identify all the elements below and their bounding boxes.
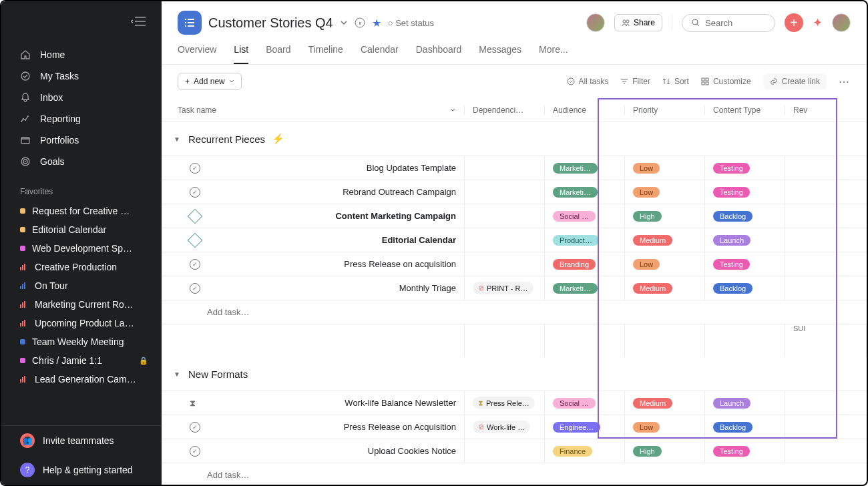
more-menu[interactable]: ⋯ bbox=[839, 75, 851, 88]
audience-pill[interactable]: Social … bbox=[553, 398, 596, 409]
complete-icon[interactable]: ✓ bbox=[190, 422, 200, 433]
celebration-icon[interactable]: ✦ bbox=[813, 15, 823, 30]
favorite-item[interactable]: Upcoming Product La… bbox=[1, 314, 162, 332]
star-icon[interactable]: ★ bbox=[372, 17, 381, 29]
audience-pill[interactable]: Branding bbox=[553, 259, 596, 270]
favorite-item[interactable]: Marketing Current Ro… bbox=[1, 295, 162, 314]
hourglass-icon[interactable]: ⧗ bbox=[190, 398, 196, 409]
create-link-button[interactable]: Create link bbox=[763, 73, 827, 89]
task-row[interactable]: ✓Monthly Triage ⊘PRINT - R… Marketi… Med… bbox=[162, 276, 867, 300]
content-type-pill[interactable]: Testing bbox=[713, 163, 750, 174]
priority-pill[interactable]: High bbox=[633, 446, 662, 457]
content-type-pill[interactable]: Testing bbox=[713, 187, 750, 198]
dependency-pill[interactable]: ⊘PRINT - R… bbox=[473, 282, 533, 294]
complete-icon[interactable]: ✓ bbox=[190, 259, 200, 270]
priority-pill[interactable]: Low bbox=[633, 422, 660, 433]
sidebar-toggle[interactable] bbox=[1, 1, 162, 41]
task-row[interactable]: ✓Press Release on Acquisition ⊘Work-life… bbox=[162, 415, 867, 439]
priority-pill[interactable]: Medium bbox=[633, 235, 672, 246]
tab-calendar[interactable]: Calendar bbox=[361, 44, 399, 64]
milestone-icon[interactable] bbox=[188, 208, 203, 224]
nav-home[interactable]: Home bbox=[1, 44, 162, 65]
col-content-type[interactable]: Content Type bbox=[705, 105, 785, 115]
content-type-pill[interactable]: Backlog bbox=[713, 211, 752, 222]
content-type-pill[interactable]: Testing bbox=[713, 446, 750, 457]
audience-pill[interactable]: Marketi… bbox=[553, 187, 598, 198]
complete-icon[interactable]: ✓ bbox=[190, 163, 200, 174]
nav-reporting[interactable]: Reporting bbox=[1, 108, 162, 130]
content-type-pill[interactable]: Launch bbox=[713, 398, 750, 409]
sort-button[interactable]: Sort bbox=[662, 77, 689, 86]
add-task[interactable]: Add task… bbox=[162, 300, 867, 324]
audience-pill[interactable]: Product… bbox=[553, 235, 599, 246]
add-button[interactable]: + bbox=[785, 13, 803, 32]
tab-dashboard[interactable]: Dashboard bbox=[416, 44, 462, 64]
favorite-item[interactable]: Team Weekly Meeting bbox=[1, 332, 162, 351]
add-task[interactable]: Add task… bbox=[162, 463, 867, 485]
priority-pill[interactable]: Low bbox=[633, 259, 660, 270]
audience-pill[interactable]: Enginee… bbox=[553, 422, 600, 433]
audience-pill[interactable]: Social … bbox=[553, 211, 596, 222]
tab-board[interactable]: Board bbox=[266, 44, 290, 64]
audience-pill[interactable]: Marketi… bbox=[553, 163, 598, 174]
favorite-item[interactable]: Request for Creative … bbox=[1, 202, 162, 220]
task-row[interactable]: Editorial Calendar Product… Medium Launc… bbox=[162, 228, 867, 252]
all-tasks-filter[interactable]: All tasks bbox=[567, 77, 609, 86]
content-type-pill[interactable]: Backlog bbox=[713, 283, 752, 294]
favorite-item[interactable]: Lead Generation Cam… bbox=[1, 370, 162, 389]
col-priority[interactable]: Priority bbox=[625, 105, 705, 115]
member-avatar[interactable] bbox=[586, 13, 605, 32]
filter-button[interactable]: Filter bbox=[620, 77, 650, 86]
collapse-icon[interactable]: ▼ bbox=[174, 371, 182, 378]
tab-list[interactable]: List bbox=[234, 44, 248, 64]
content-type-pill[interactable]: Launch bbox=[713, 235, 750, 246]
content-type-pill[interactable]: Backlog bbox=[713, 422, 752, 433]
dependency-pill[interactable]: ⊘Work-life … bbox=[473, 421, 530, 433]
task-row[interactable]: ✓Rebrand Outreach Campaign Marketi… Low … bbox=[162, 180, 867, 204]
task-row[interactable]: Content Marketing Campaign Social … High… bbox=[162, 204, 867, 228]
search-input[interactable]: Search bbox=[682, 14, 775, 32]
favorite-item[interactable]: On Tour bbox=[1, 276, 162, 295]
col-audience[interactable]: Audience bbox=[545, 105, 625, 115]
tab-messages[interactable]: Messages bbox=[479, 44, 521, 64]
customize-button[interactable]: Customize bbox=[701, 77, 751, 86]
task-row[interactable]: ✓Upload Cookies Notice Finance High Test… bbox=[162, 439, 867, 463]
share-button[interactable]: Share bbox=[614, 14, 662, 31]
invite-teammates[interactable]: 👥 Invite teammates bbox=[1, 426, 162, 455]
tab-more[interactable]: More... bbox=[539, 44, 568, 64]
user-avatar[interactable] bbox=[832, 13, 851, 32]
complete-icon[interactable]: ✓ bbox=[190, 446, 200, 457]
col-rev[interactable]: Rev bbox=[785, 105, 867, 115]
nav-my-tasks[interactable]: My Tasks bbox=[1, 65, 162, 87]
priority-pill[interactable]: Medium bbox=[633, 398, 672, 409]
favorite-item[interactable]: Web Development Sp… bbox=[1, 239, 162, 258]
audience-pill[interactable]: Finance bbox=[553, 446, 592, 457]
milestone-icon[interactable] bbox=[188, 232, 203, 248]
help-getting-started[interactable]: ? Help & getting started bbox=[1, 455, 162, 485]
section-header[interactable]: ▼New Formats bbox=[162, 357, 867, 391]
content-type-pill[interactable]: Testing bbox=[713, 259, 750, 270]
chevron-down-icon[interactable] bbox=[449, 107, 456, 113]
section-header[interactable]: ▼Recurrent Pieces⚡ bbox=[162, 122, 867, 156]
col-dependencies[interactable]: Dependenci… bbox=[465, 105, 545, 115]
info-icon[interactable] bbox=[355, 17, 365, 28]
task-row[interactable]: ⧗Work-life Balance Newsletter ⧗Press Rel… bbox=[162, 391, 867, 415]
dependency-pill[interactable]: ⧗Press Rele… bbox=[473, 397, 535, 409]
nav-portfolios[interactable]: Portfolios bbox=[1, 130, 162, 151]
favorite-item[interactable]: Editorial Calendar bbox=[1, 220, 162, 239]
complete-icon[interactable]: ✓ bbox=[190, 187, 200, 198]
priority-pill[interactable]: Low bbox=[633, 163, 660, 174]
priority-pill[interactable]: Medium bbox=[633, 283, 672, 294]
audience-pill[interactable]: Marketi… bbox=[553, 283, 598, 294]
add-new-button[interactable]: + Add new bbox=[178, 73, 242, 90]
task-row[interactable]: ✓Press Release on acquisition Branding L… bbox=[162, 252, 867, 276]
priority-pill[interactable]: High bbox=[633, 211, 662, 222]
tab-timeline[interactable]: Timeline bbox=[308, 44, 343, 64]
set-status[interactable]: ○ Set status bbox=[388, 18, 434, 28]
favorite-item[interactable]: Creative Production bbox=[1, 258, 162, 276]
task-row[interactable]: ✓Blog Updates Template Marketi… Low Test… bbox=[162, 156, 867, 180]
col-task-name[interactable]: Task name bbox=[162, 105, 465, 115]
nav-goals[interactable]: Goals bbox=[1, 151, 162, 172]
priority-pill[interactable]: Low bbox=[633, 187, 660, 198]
tab-overview[interactable]: Overview bbox=[178, 44, 216, 64]
